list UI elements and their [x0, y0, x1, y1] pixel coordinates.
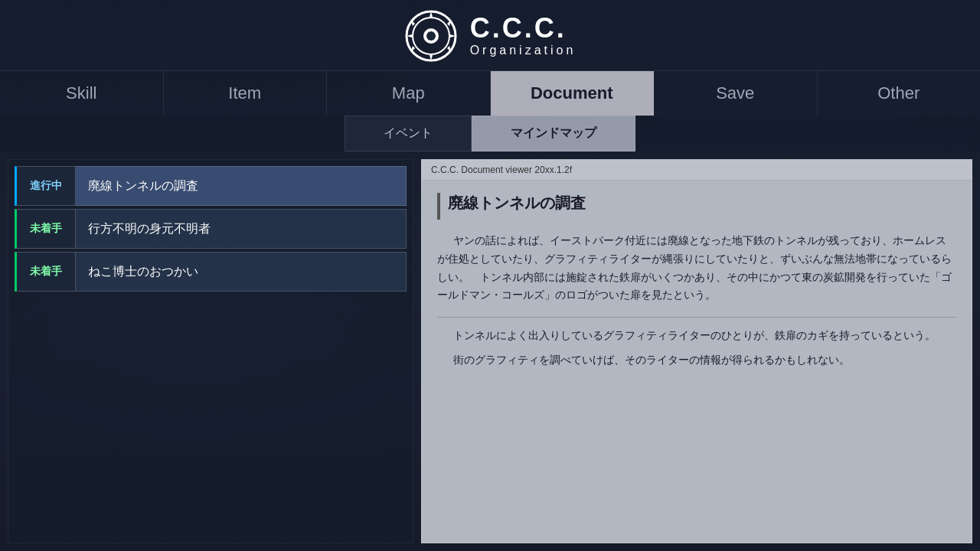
quest-item-2[interactable]: 未着手 行方不明の身元不明者 — [15, 209, 407, 249]
doc-content: 廃線トンネルの調査 ヤンの話によれば、イーストパーク付近には廃線となった地下鉄の… — [422, 181, 972, 543]
logo-org: Organization — [470, 44, 577, 57]
doc-title: 廃線トンネルの調査 — [437, 193, 956, 220]
quest-title-2: 行方不明の身元不明者 — [76, 209, 407, 249]
quest-status-3: 未着手 — [15, 252, 76, 292]
quest-title-1: 廃線トンネルの調査 — [76, 166, 407, 206]
quest-title-3: ねこ博士のおつかい — [76, 252, 407, 292]
logo-icon — [404, 9, 458, 63]
doc-viewer-label: C.C.C. Document viewer 20xx.1.2f — [422, 160, 972, 181]
nav-other[interactable]: Other — [818, 71, 981, 116]
logo-ccc: C.C.C. — [470, 15, 567, 42]
doc-paragraph-1: ヤンの話によれば、イーストパーク付近には廃線となった地下鉄のトンネルが残っており… — [437, 232, 956, 305]
nav-bar: Skill Item Map Document Save Other — [0, 70, 980, 116]
svg-point-3 — [426, 31, 436, 41]
quest-item-3[interactable]: 未着手 ねこ博士のおつかい — [15, 252, 407, 292]
tab-event[interactable]: イベント — [345, 116, 472, 152]
quest-item-1[interactable]: 進行中 廃線トンネルの調査 — [15, 166, 407, 206]
quest-list: 進行中 廃線トンネルの調査 未着手 行方不明の身元不明者 未着手 ねこ博士のおつ… — [8, 159, 413, 543]
tab-mindmap[interactable]: マインドマップ — [472, 116, 635, 152]
nav-map[interactable]: Map — [327, 71, 491, 116]
doc-paragraph-block-2: トンネルによく出入りしているグラフィティライターのひとりが、鉄扉のカギを持ってい… — [437, 327, 956, 370]
nav-save[interactable]: Save — [654, 71, 818, 116]
document-viewer: C.C.C. Document viewer 20xx.1.2f 廃線トンネルの… — [421, 159, 972, 543]
doc-divider — [437, 317, 956, 318]
nav-skill[interactable]: Skill — [0, 71, 164, 116]
doc-para-2-2: 街のグラフィティを調べていけば、そのライターの情報が得られるかもしれない。 — [437, 351, 956, 370]
nav-item[interactable]: Item — [164, 71, 328, 116]
logo-container: C.C.C. Organization — [404, 9, 577, 63]
header: C.C.C. Organization — [0, 0, 980, 70]
doc-para-2-1: トンネルによく出入りしているグラフィティライターのひとりが、鉄扉のカギを持ってい… — [437, 327, 956, 345]
quest-status-1: 進行中 — [15, 166, 76, 206]
content-area: 進行中 廃線トンネルの調査 未着手 行方不明の身元不明者 未着手 ねこ博士のおつ… — [0, 152, 980, 551]
logo-text: C.C.C. Organization — [470, 15, 577, 57]
nav-document[interactable]: Document — [491, 71, 655, 116]
sub-tabs: イベント マインドマップ — [0, 116, 980, 152]
quest-status-2: 未着手 — [15, 209, 76, 249]
